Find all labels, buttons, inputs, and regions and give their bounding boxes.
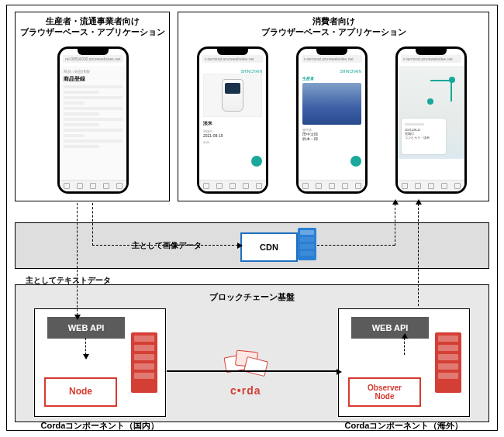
consumer-url-2: c-terminal.azurewebsites.net [302,55,362,63]
webapi-domestic: WEB API [47,317,125,339]
consumer-url-1: c-terminal.azurewebsites.net [202,55,263,63]
arrow-node-webapi-overseas [404,338,405,355]
arrow-webapi-node-domestic [85,338,86,355]
card-item: コシヒカリ・淡米 [405,136,443,139]
consumer-url-3: c-terminal.azurewebsites.net [401,55,461,63]
producer-bottombar [60,180,126,191]
server-domestic-icon [131,332,157,393]
consumer-title-line2: ブラウザーベース・アプリケーション [261,27,406,36]
name-2: 鈴木一郎 [302,136,361,141]
consumer-phone-product: c-terminal.azurewebsites.net SHINCHAIN 淡… [197,46,268,194]
diagram-frame: 生産者・流通事業者向け ブラウザーベース・アプリケーション rel-085160… [6,5,498,431]
arrow-domestic-to-overseas [167,370,337,372]
arrow-cdn-to-consumer-v [395,204,395,246]
server-overseas-icon [435,332,461,393]
place-label: 出荷 [203,140,262,144]
people-section: 生産者 [302,76,361,81]
cdn-text: CDN [260,243,278,252]
fab-icon-2 [350,156,361,167]
consumer-title: 消費者向け ブラウザーベース・アプリケーション [178,12,488,40]
arrow-producer-to-cdn-h [92,245,238,246]
producer-app-box: 生産者・流通事業者向け ブラウザーベース・アプリケーション rel-085160… [15,12,170,201]
fab-icon [251,156,262,167]
brand-2: SHINCHAIN [302,69,361,74]
product-name: 淡米 [203,120,262,127]
webapi-overseas: WEB API [351,317,429,339]
arrow-producer-to-webapi [77,203,78,315]
corda-overseas: WEB API ObserverNode Cordaコンポーネント（海外） [338,308,470,417]
producer-title: 生産者・流通事業者向け ブラウザーベース・アプリケーション [16,12,169,40]
form-title: 商品登録 [64,75,123,83]
consumer-app-box: 消費者向け ブラウザーベース・アプリケーション c-terminal.azure… [178,12,489,201]
producer-title-line1: 生産者・流通事業者向け [46,16,140,26]
consumer-phone-map: c-terminal.azurewebsites.net 2021-08-12 … [395,46,467,194]
corda-cards-icon [225,351,271,377]
date-value: 2021-08-19 [203,133,262,138]
arrow-cdn-to-consumer-h [317,245,395,246]
map-view: 2021-08-12 茨城県 コシヒカリ・淡米 [398,66,464,159]
producer-phone: rel-08516030.azurewebsites.net 商品 › 製品情報… [57,46,129,194]
node-domestic: Node [44,377,117,407]
breadcrumb: 商品 › 製品情報 [64,69,123,74]
corda-domestic: WEB API Node Cordaコンポーネント（国内） [34,308,166,417]
cdn-server-icon [298,228,316,260]
consumer-title-line1: 消費者向け [312,16,355,26]
producer-phone-screen: rel-08516030.azurewebsites.net 商品 › 製品情報… [60,49,126,191]
producer-photo [302,83,361,125]
producer-title-line2: ブラウザーベース・アプリケーション [20,27,165,36]
domestic-caption: Cordaコンポーネント（国内） [35,420,165,432]
arrow-overseas-to-consumer [418,204,419,306]
map-info-card: 2021-08-12 茨城県 コシヒカリ・淡米 [402,119,446,154]
corda-logo: c•rda [230,384,261,397]
observer-node: ObserverNode [348,377,421,407]
arrow-producer-to-cdn-v [92,203,93,246]
cdn-box: CDN [240,232,298,262]
image-data-label: 主として画像データ [132,240,202,251]
overseas-caption: Cordaコンポーネント（海外） [339,420,469,432]
phone-notch [78,49,109,55]
consumer-phone-people: c-terminal.azurewebsites.net SHINCHAIN 生… [296,46,368,194]
rice-bag-icon [222,79,243,112]
product-image [203,74,262,117]
producer-form: 商品 › 製品情報 商品登録 [60,66,126,181]
producer-url-bar: rel-08516030.azurewebsites.net [63,55,123,63]
